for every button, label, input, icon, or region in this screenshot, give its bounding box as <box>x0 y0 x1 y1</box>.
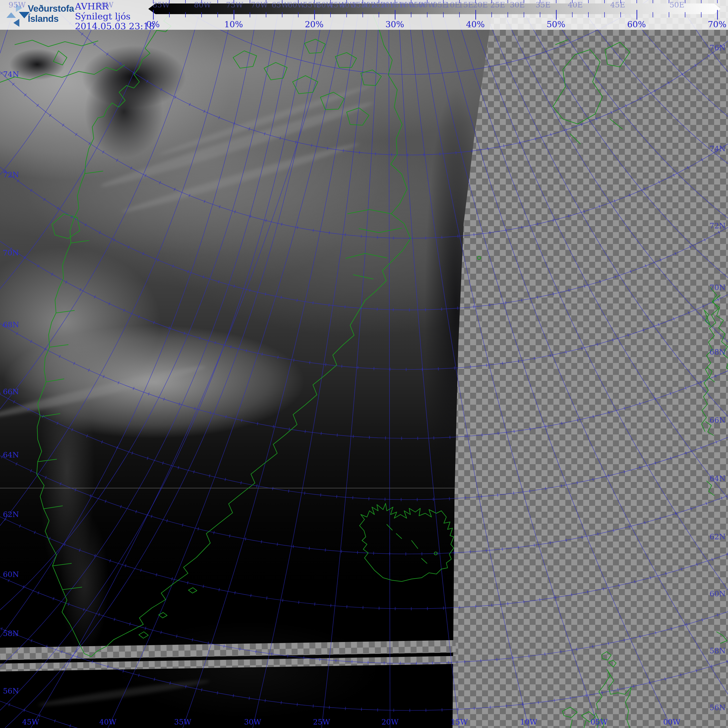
colorbar-tick <box>620 12 621 17</box>
longitude-label: 00W <box>663 717 680 726</box>
colorbar-tick <box>717 10 718 20</box>
colorbar-tick <box>427 12 427 17</box>
iceland-coast <box>359 503 454 581</box>
latitude-label: 70N <box>710 283 725 292</box>
colorbar-tick <box>411 12 411 17</box>
colorbar-tick <box>588 12 589 17</box>
longitude-label: 45E <box>610 0 625 9</box>
satellite-viewer: 95W90W85W80W75W70W65W60W55W50W45W40W35W3… <box>0 0 728 728</box>
latitude-label: 62N <box>710 532 725 541</box>
latitude-label: 56N <box>710 703 725 712</box>
colorbar-tick <box>362 12 363 17</box>
longitude-label: 95W <box>8 0 26 9</box>
longitude-label: 10E <box>445 0 460 9</box>
latitude-label: 74N <box>710 144 725 153</box>
colorbar-tick <box>685 12 685 17</box>
latitude-label: 64N <box>3 451 19 459</box>
longitude-label: 50E <box>670 0 684 9</box>
longitude-label: 10W <box>520 717 537 726</box>
colorbar-percentage-label: 10% <box>224 19 243 29</box>
latitude-label: 64N <box>710 474 725 483</box>
colorbar-tick <box>556 10 557 20</box>
longitude-label: 40E <box>568 0 583 9</box>
longitude-label: 35E <box>535 0 551 9</box>
graticule <box>0 0 728 728</box>
longitude-label: 35W <box>174 717 191 726</box>
colorbar-tick <box>669 12 669 17</box>
colorbar-tick <box>298 12 298 17</box>
colorbar-top-tick <box>508 0 508 3</box>
colorbar-tick <box>201 12 202 17</box>
latitude-label: 56N <box>3 687 19 695</box>
longitude-label: 30E <box>510 0 525 9</box>
latitude-label: 74N <box>3 70 19 79</box>
colorbar-tick <box>234 10 234 20</box>
colorbar-top-tick <box>669 0 669 3</box>
parallel-lines <box>0 0 728 728</box>
coastlines <box>0 15 728 728</box>
longitude-label: 70W <box>251 0 268 9</box>
longitude-label: 60W <box>288 0 305 9</box>
colorbar-tick <box>701 12 702 17</box>
longitude-label: 80W <box>194 0 211 9</box>
colorbar-top-tick <box>653 0 653 3</box>
colorbar-tick <box>169 12 170 17</box>
latitude-label: 68N <box>3 320 19 329</box>
latitude-label: 66N <box>3 387 19 396</box>
colorbar-tick <box>153 10 154 20</box>
longitude-label: 30W <box>244 717 261 726</box>
colorbar-top-tick <box>556 0 557 3</box>
colorbar-percentage-label: 70% <box>708 19 726 29</box>
colorbar-tick <box>508 12 508 17</box>
colorbar-percentage-label: 30% <box>385 19 404 29</box>
colorbar-top-tick <box>217 0 218 3</box>
north-bay <box>53 51 67 65</box>
colorbar-tick <box>185 12 186 17</box>
colorbar-tick <box>604 12 605 17</box>
colorbar-top-tick <box>250 0 250 3</box>
colorbar-percentage-label: 50% <box>546 19 565 29</box>
longitude-label: 75W <box>226 0 243 9</box>
colorbar-percentage-label: 0% <box>146 19 160 29</box>
latitude-label: 68N <box>710 348 725 356</box>
colorbar-tick <box>379 12 379 17</box>
colorbar-tick <box>540 12 540 17</box>
latitude-label: 58N <box>710 647 725 655</box>
colorbar-tick <box>282 12 283 17</box>
colorbar-top-tick <box>717 0 717 3</box>
latitude-label: 66N <box>710 416 725 425</box>
latitude-label: 62N <box>3 510 19 519</box>
north-islands <box>15 40 98 47</box>
colorbar-percentage-label: 20% <box>305 19 324 29</box>
ne-greenland-islands <box>233 39 381 125</box>
longitude-label: 20E <box>473 0 488 9</box>
jan-mayen <box>477 256 481 260</box>
colorbar-tick <box>314 10 315 20</box>
colorbar-tick <box>653 12 653 17</box>
longitude-label: 45W <box>22 717 39 726</box>
disko-island <box>52 214 80 239</box>
longitude-label: 25E <box>490 0 505 9</box>
longitude-label: 05W <box>590 717 607 726</box>
colorbar-top-tick <box>636 0 637 3</box>
latitude-label: 60N <box>3 570 19 579</box>
iceland-inland-marks <box>387 525 437 563</box>
colorbar-tick <box>330 12 331 17</box>
colorbar-tick <box>459 12 460 17</box>
colorbar-tick <box>443 12 444 17</box>
longitude-label: 85W <box>153 0 170 9</box>
latitude-label: 70N <box>3 248 19 257</box>
scoresby-fjords <box>346 210 402 279</box>
longitude-label: 15W <box>451 717 468 726</box>
latitude-label: 60N <box>710 589 725 598</box>
colorbar-tick <box>395 10 396 20</box>
colorbar-percentage-label: 40% <box>466 19 485 29</box>
colorbar-top-tick <box>685 0 685 3</box>
colorbar-tick <box>217 12 218 17</box>
latitude-label: 72N <box>3 170 19 179</box>
latitude-label: 58N <box>3 629 19 638</box>
colorbar-tick <box>524 12 524 17</box>
colorbar-top-tick <box>701 0 702 3</box>
longitude-label: 90W <box>96 0 113 9</box>
colorbar-top-tick <box>588 0 589 3</box>
